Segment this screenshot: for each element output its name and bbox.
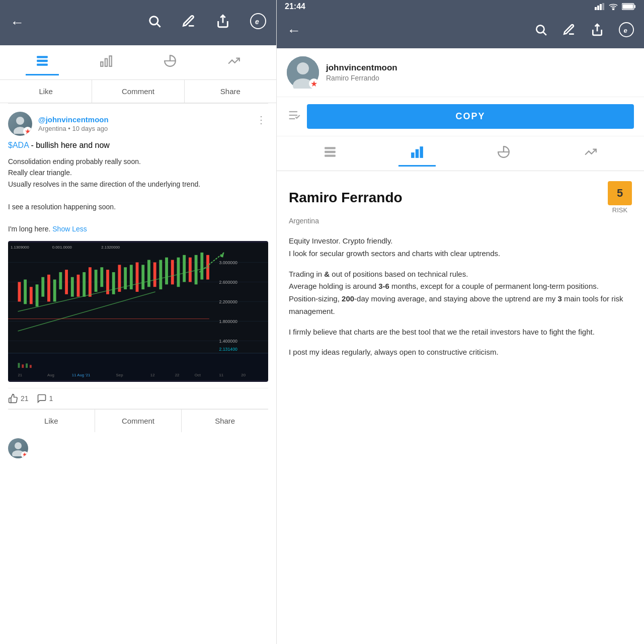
svg-text:0.001.0000: 0.001.0000: [52, 245, 72, 250]
svg-rect-7: [101, 62, 103, 66]
share-icon[interactable]: [216, 14, 230, 32]
tab-trend[interactable]: [217, 50, 251, 74]
svg-rect-88: [595, 7, 597, 10]
svg-rect-29: [77, 275, 80, 297]
like-button-top[interactable]: Like: [0, 80, 92, 103]
comment-button-top[interactable]: Comment: [92, 80, 184, 103]
bio-post: I post my ideas regularly, always open t…: [289, 346, 632, 359]
svg-text:22: 22: [175, 372, 180, 377]
show-less-link[interactable]: Show Less: [52, 225, 87, 233]
left-tabs: [0, 45, 276, 80]
svg-point-92: [613, 9, 614, 11]
svg-point-10: [16, 117, 24, 125]
back-icon[interactable]: ←: [10, 15, 24, 31]
post-title: $ADA - bullish here and now: [8, 141, 268, 150]
svg-rect-43: [159, 260, 162, 289]
left-panel: ← e: [0, 0, 277, 644]
user-info: @johnvincentmoon Argentina • 10 days ago: [38, 115, 109, 132]
right-share-icon[interactable]: [591, 23, 604, 38]
svg-point-101: [297, 62, 309, 74]
svg-rect-94: [634, 5, 635, 8]
ticker[interactable]: $ADA: [8, 141, 29, 149]
svg-text:e: e: [255, 18, 259, 26]
chart-image[interactable]: 3.000000 2.600000 2.200000 1.800000 1.40…: [8, 241, 268, 382]
svg-rect-91: [602, 3, 604, 10]
status-icons: [595, 3, 636, 10]
more-options-icon[interactable]: ⋮: [254, 112, 268, 128]
svg-line-97: [543, 32, 546, 35]
svg-rect-9: [109, 56, 111, 66]
bio-section: Equity Investor. Crypto friendly. I look…: [289, 235, 632, 260]
bio-trading: Trading in & out of positions based on t…: [289, 268, 632, 318]
risk-badge: 5: [608, 181, 632, 205]
right-tab-pie[interactable]: [485, 141, 522, 166]
svg-rect-95: [623, 5, 633, 9]
bio-believe: I firmly believe that charts are the bes…: [289, 326, 632, 339]
next-post-avatar[interactable]: ★: [8, 438, 28, 458]
right-search-icon[interactable]: [534, 23, 547, 38]
right-tab-trend[interactable]: [572, 141, 609, 166]
right-tabs: [277, 136, 644, 171]
profile-username[interactable]: johnvincentmoon: [326, 63, 397, 73]
edit-icon[interactable]: [182, 14, 196, 32]
right-tab-feed[interactable]: [311, 141, 349, 166]
svg-rect-110: [416, 150, 418, 157]
right-header: ← e: [277, 13, 644, 48]
svg-rect-73: [30, 365, 32, 368]
like-button-bottom[interactable]: Like: [8, 410, 95, 432]
svg-rect-47: [183, 255, 186, 282]
search-icon[interactable]: [147, 14, 162, 32]
share-button-bottom[interactable]: Share: [182, 410, 268, 432]
post-actions: 21 1: [8, 388, 268, 409]
tab-feed[interactable]: [26, 50, 59, 74]
signal-icon: [595, 3, 605, 10]
trader-country: Argentina: [289, 217, 632, 225]
profile-section: ★ johnvincentmoon Ramiro Ferrando: [277, 48, 644, 97]
post-body: Consolidation ending probably really soo…: [8, 156, 268, 235]
share-button-top[interactable]: Share: [185, 80, 276, 103]
left-content: ★ @johnvincentmoon Argentina • 10 days a…: [0, 104, 276, 644]
tab-pie[interactable]: [153, 50, 187, 74]
svg-rect-48: [189, 257, 192, 282]
svg-rect-35: [112, 272, 115, 294]
list-check-icon[interactable]: [287, 108, 301, 125]
svg-rect-90: [600, 4, 602, 10]
copy-section: COPY: [277, 97, 644, 136]
svg-rect-6: [37, 63, 48, 65]
svg-rect-26: [59, 272, 62, 289]
svg-text:e: e: [623, 27, 627, 34]
svg-rect-41: [147, 260, 150, 287]
svg-rect-46: [177, 257, 180, 287]
bottom-action-bar: Like Comment Share: [8, 409, 268, 432]
right-header-icons: e: [534, 22, 634, 39]
svg-rect-33: [100, 267, 103, 287]
svg-text:Oct: Oct: [195, 372, 201, 377]
like-reaction-btn[interactable]: 21: [8, 393, 29, 404]
battery-icon: [622, 3, 636, 10]
profile-avatar[interactable]: ★: [287, 56, 319, 89]
right-content: Ramiro Ferrando 5 RISK Argentina Equity …: [277, 171, 644, 644]
svg-rect-27: [65, 270, 68, 294]
svg-rect-23: [41, 277, 44, 296]
svg-rect-22: [36, 284, 39, 306]
copy-button[interactable]: COPY: [307, 104, 634, 129]
right-edit-icon[interactable]: [562, 23, 576, 38]
username[interactable]: @johnvincentmoon: [38, 115, 109, 124]
logo-icon: e: [250, 13, 266, 33]
comment-button-bottom[interactable]: Comment: [95, 410, 182, 432]
comment-reaction-btn[interactable]: 1: [37, 393, 53, 404]
tab-chart[interactable]: [90, 50, 123, 74]
right-tab-chart[interactable]: [398, 141, 436, 166]
right-back-icon[interactable]: ←: [287, 23, 301, 39]
star-badge: ★: [23, 127, 32, 136]
svg-rect-32: [95, 270, 98, 292]
svg-text:1.800000: 1.800000: [219, 319, 237, 324]
post-user: ★ @johnvincentmoon Argentina • 10 days a…: [8, 112, 109, 136]
svg-rect-4: [37, 56, 48, 58]
svg-line-1: [157, 24, 160, 27]
svg-rect-71: [22, 364, 24, 368]
svg-text:1.1309000: 1.1309000: [11, 245, 30, 250]
svg-rect-111: [420, 147, 422, 157]
post-header: ★ @johnvincentmoon Argentina • 10 days a…: [8, 112, 268, 136]
avatar[interactable]: ★: [8, 112, 32, 136]
